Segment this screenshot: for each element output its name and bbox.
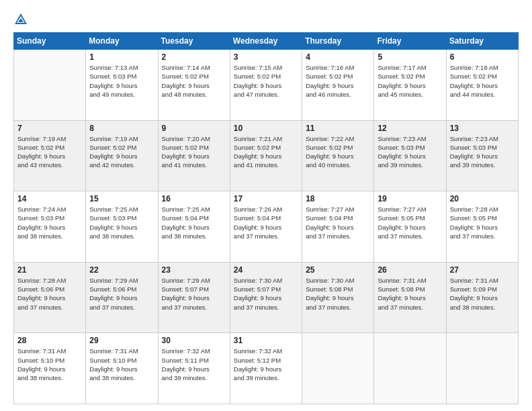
day-info: Sunrise: 7:28 AMSunset: 5:05 PMDaylight:… (450, 205, 515, 240)
day-number: 25 (306, 265, 370, 275)
day-number: 6 (450, 52, 515, 62)
weekday-header-row: SundayMondayTuesdayWednesdayThursdayFrid… (14, 33, 519, 50)
day-number: 23 (162, 265, 226, 275)
day-number: 22 (89, 265, 154, 275)
day-info: Sunrise: 7:20 AMSunset: 5:02 PMDaylight:… (162, 134, 226, 170)
calendar-day-cell: 30Sunrise: 7:32 AMSunset: 5:11 PMDayligh… (158, 333, 230, 404)
day-number: 11 (306, 124, 370, 133)
day-info: Sunrise: 7:29 AMSunset: 5:07 PMDaylight:… (162, 276, 226, 312)
day-number: 7 (17, 124, 82, 133)
calendar-week-row: 1Sunrise: 7:13 AMSunset: 5:03 PMDaylight… (14, 50, 519, 121)
calendar-day-cell (374, 333, 446, 404)
day-info: Sunrise: 7:19 AMSunset: 5:02 PMDaylight:… (17, 134, 82, 170)
day-number: 27 (450, 265, 515, 275)
day-info: Sunrise: 7:31 AMSunset: 5:10 PMDaylight:… (89, 347, 154, 382)
calendar-day-cell: 9Sunrise: 7:20 AMSunset: 5:02 PMDaylight… (158, 120, 230, 191)
day-info: Sunrise: 7:27 AMSunset: 5:04 PMDaylight:… (306, 205, 370, 240)
logo (13, 12, 31, 27)
day-number: 10 (234, 124, 298, 133)
calendar-day-cell: 1Sunrise: 7:13 AMSunset: 5:03 PMDaylight… (86, 50, 158, 121)
calendar-day-cell (302, 333, 374, 404)
weekday-header-sunday: Sunday (14, 33, 86, 50)
day-number: 19 (378, 194, 442, 203)
day-number: 8 (89, 124, 154, 133)
day-number: 29 (89, 336, 154, 345)
calendar-day-cell: 23Sunrise: 7:29 AMSunset: 5:07 PMDayligh… (158, 262, 230, 333)
calendar-day-cell: 25Sunrise: 7:30 AMSunset: 5:08 PMDayligh… (302, 262, 374, 333)
calendar-day-cell: 20Sunrise: 7:28 AMSunset: 5:05 PMDayligh… (446, 191, 518, 263)
calendar-day-cell: 18Sunrise: 7:27 AMSunset: 5:04 PMDayligh… (302, 191, 374, 263)
calendar-day-cell: 15Sunrise: 7:25 AMSunset: 5:03 PMDayligh… (86, 191, 158, 263)
day-number: 30 (162, 336, 226, 345)
weekday-header-tuesday: Tuesday (158, 33, 230, 50)
day-number: 9 (162, 124, 226, 133)
calendar-day-cell: 8Sunrise: 7:19 AMSunset: 5:02 PMDaylight… (86, 120, 158, 191)
calendar-day-cell: 16Sunrise: 7:25 AMSunset: 5:04 PMDayligh… (158, 191, 230, 263)
day-info: Sunrise: 7:14 AMSunset: 5:02 PMDaylight:… (162, 63, 226, 99)
day-info: Sunrise: 7:24 AMSunset: 5:03 PMDaylight:… (17, 205, 82, 240)
day-info: Sunrise: 7:23 AMSunset: 5:03 PMDaylight:… (378, 134, 442, 170)
calendar-week-row: 21Sunrise: 7:28 AMSunset: 5:06 PMDayligh… (14, 262, 519, 333)
logo-icon (13, 12, 28, 27)
day-info: Sunrise: 7:31 AMSunset: 5:10 PMDaylight:… (17, 347, 82, 382)
calendar-week-row: 14Sunrise: 7:24 AMSunset: 5:03 PMDayligh… (14, 191, 519, 263)
calendar-day-cell: 22Sunrise: 7:29 AMSunset: 5:06 PMDayligh… (86, 262, 158, 333)
day-number: 15 (89, 194, 154, 203)
day-info: Sunrise: 7:15 AMSunset: 5:02 PMDaylight:… (234, 63, 298, 99)
day-info: Sunrise: 7:30 AMSunset: 5:08 PMDaylight:… (306, 276, 370, 312)
day-number: 12 (378, 124, 442, 133)
day-number: 20 (450, 194, 515, 203)
day-number: 26 (378, 265, 442, 275)
day-number: 31 (234, 336, 298, 345)
weekday-header-friday: Friday (374, 33, 446, 50)
day-info: Sunrise: 7:21 AMSunset: 5:02 PMDaylight:… (234, 134, 298, 170)
calendar-day-cell (14, 50, 86, 121)
day-number: 4 (306, 52, 370, 62)
day-info: Sunrise: 7:23 AMSunset: 5:03 PMDaylight:… (450, 134, 515, 170)
day-number: 1 (89, 52, 154, 62)
day-info: Sunrise: 7:25 AMSunset: 5:03 PMDaylight:… (89, 205, 154, 240)
calendar-day-cell: 29Sunrise: 7:31 AMSunset: 5:10 PMDayligh… (86, 333, 158, 404)
day-number: 13 (450, 124, 515, 133)
day-info: Sunrise: 7:18 AMSunset: 5:02 PMDaylight:… (450, 63, 515, 99)
weekday-header-thursday: Thursday (302, 33, 374, 50)
calendar-day-cell: 11Sunrise: 7:22 AMSunset: 5:02 PMDayligh… (302, 120, 374, 191)
day-number: 17 (234, 194, 298, 203)
calendar-day-cell: 27Sunrise: 7:31 AMSunset: 5:09 PMDayligh… (446, 262, 518, 333)
calendar-day-cell: 21Sunrise: 7:28 AMSunset: 5:06 PMDayligh… (14, 262, 86, 333)
day-number: 21 (17, 265, 82, 275)
calendar-day-cell: 5Sunrise: 7:17 AMSunset: 5:02 PMDaylight… (374, 50, 446, 121)
day-info: Sunrise: 7:13 AMSunset: 5:03 PMDaylight:… (89, 63, 154, 99)
weekday-header-wednesday: Wednesday (230, 33, 302, 50)
day-info: Sunrise: 7:28 AMSunset: 5:06 PMDaylight:… (17, 276, 82, 312)
calendar-day-cell: 4Sunrise: 7:16 AMSunset: 5:02 PMDaylight… (302, 50, 374, 121)
calendar-week-row: 28Sunrise: 7:31 AMSunset: 5:10 PMDayligh… (14, 333, 519, 404)
calendar-day-cell: 3Sunrise: 7:15 AMSunset: 5:02 PMDaylight… (230, 50, 302, 121)
day-number: 16 (162, 194, 226, 203)
day-info: Sunrise: 7:30 AMSunset: 5:07 PMDaylight:… (234, 276, 298, 312)
calendar-page: SundayMondayTuesdayWednesdayThursdayFrid… (0, 0, 532, 411)
day-number: 18 (306, 194, 370, 203)
calendar-week-row: 7Sunrise: 7:19 AMSunset: 5:02 PMDaylight… (14, 120, 519, 191)
day-info: Sunrise: 7:31 AMSunset: 5:08 PMDaylight:… (378, 276, 442, 312)
day-number: 28 (17, 336, 82, 345)
day-info: Sunrise: 7:32 AMSunset: 5:12 PMDaylight:… (234, 347, 298, 382)
day-number: 24 (234, 265, 298, 275)
day-info: Sunrise: 7:19 AMSunset: 5:02 PMDaylight:… (89, 134, 154, 170)
calendar-day-cell: 19Sunrise: 7:27 AMSunset: 5:05 PMDayligh… (374, 191, 446, 263)
weekday-header-monday: Monday (86, 33, 158, 50)
day-number: 2 (162, 52, 226, 62)
calendar-day-cell: 13Sunrise: 7:23 AMSunset: 5:03 PMDayligh… (446, 120, 518, 191)
calendar-day-cell: 17Sunrise: 7:26 AMSunset: 5:04 PMDayligh… (230, 191, 302, 263)
day-number: 5 (378, 52, 442, 62)
weekday-header-saturday: Saturday (446, 33, 518, 50)
calendar-day-cell: 7Sunrise: 7:19 AMSunset: 5:02 PMDaylight… (14, 120, 86, 191)
day-info: Sunrise: 7:32 AMSunset: 5:11 PMDaylight:… (162, 347, 226, 382)
calendar-day-cell: 10Sunrise: 7:21 AMSunset: 5:02 PMDayligh… (230, 120, 302, 191)
day-number: 3 (234, 52, 298, 62)
calendar-day-cell: 31Sunrise: 7:32 AMSunset: 5:12 PMDayligh… (230, 333, 302, 404)
day-info: Sunrise: 7:29 AMSunset: 5:06 PMDaylight:… (89, 276, 154, 312)
day-info: Sunrise: 7:31 AMSunset: 5:09 PMDaylight:… (450, 276, 515, 312)
calendar-day-cell: 28Sunrise: 7:31 AMSunset: 5:10 PMDayligh… (14, 333, 86, 404)
day-info: Sunrise: 7:27 AMSunset: 5:05 PMDaylight:… (378, 205, 442, 240)
